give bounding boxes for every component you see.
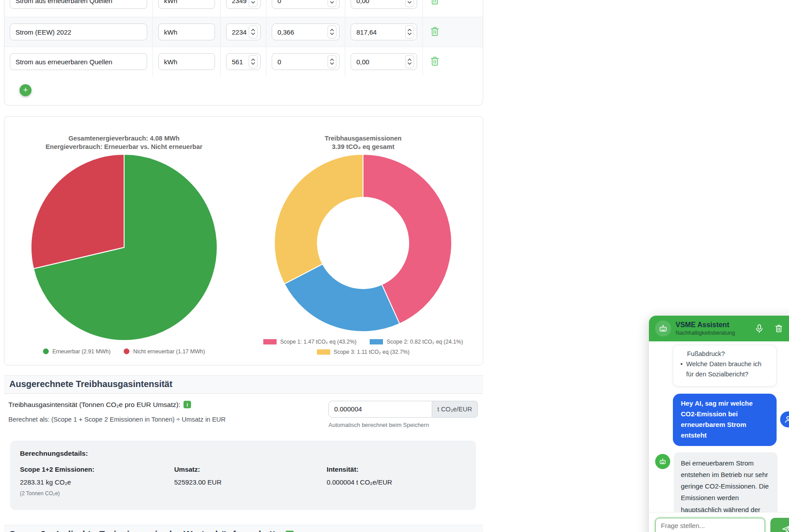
legend-item[interactable]: Nicht erneuerbar (1.17 MWh) — [124, 348, 205, 355]
energy-table: 2349 0 0,00 2234 0,366 817,64 561 0 0,00 — [4, 0, 483, 76]
details-col-revenue: Umsatz: 525923.00 EUR — [174, 466, 327, 497]
table-row: 561 0 0,00 — [4, 47, 483, 76]
emission-factor-input[interactable]: 0,366 — [272, 23, 340, 40]
robot-icon — [655, 321, 671, 336]
section-title: Scope 3 – Indirekte Emissionen in der We… — [9, 529, 281, 532]
section-title: Ausgerechnete Treibhausgasintensität — [9, 379, 172, 389]
emission-result-input[interactable]: 0,00 — [351, 53, 417, 70]
stepper-control[interactable] — [405, 0, 414, 7]
donut-chart-svg — [273, 153, 453, 332]
bot-message-bubble: Fußabdruck? • Welche Daten brauche ich f… — [673, 345, 777, 387]
clear-chat-button[interactable] — [775, 324, 783, 333]
stepper-control[interactable] — [328, 25, 336, 39]
emission-result-input[interactable]: 817,64 — [351, 23, 417, 40]
legend-marker — [124, 348, 129, 354]
intensity-input-group: t CO₂e/EUR — [328, 401, 478, 418]
bot-message-bubble: Bei erneuerbarem Strom entstehen im Betr… — [674, 452, 777, 512]
chat-title: VSME Assistent — [676, 321, 755, 329]
legend-item[interactable]: Scope 1: 1.47 tCO₂ eq (43.2%) — [263, 339, 356, 345]
calculation-details-box: Berechnungsdetails: Scope 1+2 Emissionen… — [10, 441, 476, 510]
table-row: 2234 0,366 817,64 — [4, 17, 483, 47]
charts-card: Gesamtenergieverbrauch: 4.08 MWh Energie… — [4, 116, 483, 365]
legend-marker — [263, 339, 277, 344]
intensity-section-header: Ausgerechnete Treibhausgasintensität — [4, 375, 483, 394]
chat-header: VSME Assistent Nachhaltigkeitsberatung — [649, 316, 789, 341]
delete-row-button[interactable] — [428, 54, 441, 70]
stepper-control[interactable] — [405, 25, 414, 39]
chart-legend: Scope 1: 1.47 tCO₂ eq (43.2%) Scope 2: 0… — [263, 339, 463, 355]
intensity-value-input[interactable] — [328, 401, 432, 418]
chart-legend: Erneuerbar (2.91 MWh) Nicht erneuerbar (… — [43, 348, 205, 355]
scope3-section-header: Scope 3 – Indirekte Emissionen in der We… — [4, 525, 483, 532]
chart-title: Gesamtenergieverbrauch: 4.08 MWh Energie… — [46, 134, 203, 151]
energy-unit-input[interactable] — [158, 53, 215, 70]
intensity-formula: Berechnet als: (Scope 1 + Scope 2 Emissi… — [8, 416, 226, 423]
energy-unit-input[interactable] — [158, 23, 215, 40]
intensity-label: Treibhausgasintensität (Tonnen CO₂e pro … — [8, 401, 226, 409]
details-col-intensity: Intensität: 0.000004 t CO₂e/EUR — [327, 466, 466, 497]
send-button[interactable] — [770, 518, 789, 532]
energy-value-input[interactable]: 2234 — [226, 23, 261, 40]
energy-name-input[interactable] — [10, 0, 147, 9]
emission-factor-input[interactable]: 0 — [272, 53, 340, 70]
table-row: 2349 0 0,00 — [4, 0, 483, 17]
energy-pie-chart: Gesamtenergieverbrauch: 4.08 MWh Energie… — [4, 134, 244, 355]
delete-row-button[interactable] — [428, 24, 441, 40]
emission-result-input[interactable]: 0,00 — [351, 0, 417, 9]
chat-assistant-widget: VSME Assistent Nachhaltigkeitsberatung F… — [649, 316, 789, 532]
legend-marker — [370, 339, 383, 344]
pie-chart-svg — [30, 153, 218, 341]
energy-name-input[interactable] — [10, 53, 147, 70]
emission-factor-input[interactable]: 0 — [272, 0, 340, 9]
user-avatar — [780, 411, 789, 427]
stepper-control[interactable] — [328, 0, 336, 7]
user-message-bubble: Hey AI, sag mir welche CO2-Emission bei … — [673, 394, 777, 446]
energy-name-input[interactable] — [10, 23, 147, 40]
chat-input-bar — [649, 512, 789, 532]
intensity-unit-addon: t CO₂e/EUR — [432, 401, 478, 418]
stepper-control[interactable] — [249, 55, 258, 68]
delete-row-button[interactable] — [428, 0, 441, 8]
chat-subtitle: Nachhaltigkeitsberatung — [676, 330, 755, 336]
energy-value-input[interactable]: 2349 — [226, 0, 261, 9]
legend-item[interactable]: Scope 3: 1.11 tCO₂ eq (32.7%) — [317, 349, 410, 355]
stepper-control[interactable] — [405, 55, 414, 68]
bullet-marker: • — [680, 359, 683, 379]
stepper-control[interactable] — [249, 0, 258, 7]
details-title: Berechnungsdetails: — [20, 450, 466, 458]
legend-marker — [43, 348, 49, 354]
stepper-control[interactable] — [328, 55, 336, 68]
chat-question-input[interactable] — [655, 518, 765, 532]
emissions-donut-chart: Treibhausgasemissionen 3.39 tCO₂ eq gesa… — [244, 134, 483, 355]
stepper-control[interactable] — [249, 25, 258, 39]
chat-messages: Fußabdruck? • Welche Daten brauche ich f… — [649, 341, 789, 512]
legend-item[interactable]: Scope 2: 0.82 tCO₂ eq (24.1%) — [370, 339, 463, 345]
add-row-button[interactable]: + — [20, 84, 31, 96]
chart-slice[interactable] — [274, 154, 363, 284]
details-col-emissions: Scope 1+2 Emissionen: 2283.31 kg CO₂e (2… — [20, 466, 174, 497]
info-icon[interactable]: i — [184, 401, 191, 408]
main-content: 2349 0 0,00 2234 0,366 817,64 561 0 0,00 — [4, 0, 483, 532]
microphone-button[interactable] — [755, 324, 763, 333]
energy-table-card: 2349 0 0,00 2234 0,366 817,64 561 0 0,00 — [4, 0, 483, 106]
chart-title: Treibhausgasemissionen 3.39 tCO₂ eq gesa… — [325, 134, 402, 151]
bot-avatar — [655, 454, 670, 469]
legend-marker — [317, 349, 330, 355]
energy-unit-input[interactable] — [158, 0, 215, 9]
auto-calc-note: Automatisch berechnet beim Speichern — [328, 422, 478, 428]
legend-item[interactable]: Erneuerbar (2.91 MWh) — [43, 348, 110, 355]
energy-value-input[interactable]: 561 — [226, 53, 261, 70]
